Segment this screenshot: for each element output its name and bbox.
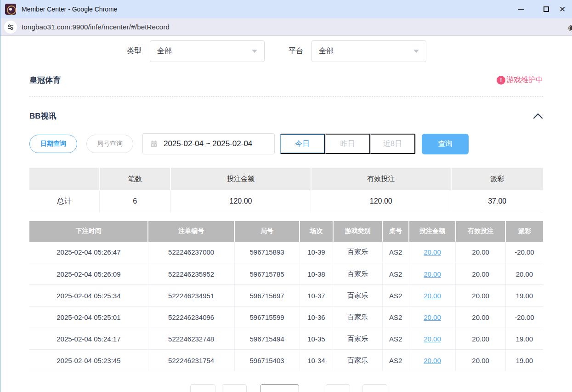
query-controls: 日期查询 局号查询 2025-02-04 ~ 2025-02-04 今日 昨日 bbox=[29, 133, 543, 154]
type-select[interactable]: 全部 bbox=[150, 40, 265, 62]
cell-round_no: 596715403 bbox=[234, 350, 300, 371]
cell-game: 百家乐 bbox=[333, 307, 382, 328]
chevron-down-icon bbox=[413, 50, 419, 53]
cell-time: 2025-02-04 05:23:45 bbox=[29, 350, 148, 371]
pagination-button[interactable] bbox=[326, 384, 350, 392]
search-button[interactable]: 查询 bbox=[422, 134, 469, 154]
round-query-tab[interactable]: 局号查询 bbox=[86, 135, 133, 153]
summary-total-valid-bet: 120.00 bbox=[311, 190, 451, 213]
maximize-button[interactable] bbox=[533, 0, 559, 18]
cell-session: 10-35 bbox=[300, 328, 333, 350]
window-title: Member Center - Google Chrome bbox=[22, 6, 118, 13]
maintenance-text: 游戏维护中 bbox=[506, 75, 543, 85]
table-header-row: 下注时间注单编号局号场次游戏类别桌号投注金额有效投注派彩 bbox=[29, 221, 543, 242]
chevron-down-icon bbox=[252, 50, 257, 53]
column-header-session: 场次 bbox=[300, 221, 333, 242]
bet-amount-link[interactable]: 20.00 bbox=[424, 335, 441, 343]
cell-table_no: AS2 bbox=[382, 328, 409, 350]
cell-game: 百家乐 bbox=[333, 350, 382, 371]
extension-eye-icon[interactable]: ◉ bbox=[568, 23, 572, 33]
cell-game: 百家乐 bbox=[333, 285, 382, 307]
minimize-icon bbox=[518, 9, 524, 10]
crown-sports-section: 皇冠体育 ! 游戏维护中 bbox=[29, 75, 543, 85]
cell-time: 2025-02-04 05:26:09 bbox=[29, 263, 148, 285]
summary-total-count: 6 bbox=[99, 190, 170, 213]
pagination-button[interactable] bbox=[362, 384, 387, 392]
yesterday-button[interactable]: 昨日 bbox=[325, 134, 370, 154]
cell-bet: 20.00 bbox=[409, 307, 456, 328]
pagination-button[interactable] bbox=[222, 384, 247, 392]
type-label: 类型 bbox=[127, 46, 142, 56]
section-divider bbox=[29, 96, 543, 97]
summary-header-valid-bet: 有效投注 bbox=[311, 168, 451, 190]
collapse-button[interactable] bbox=[533, 113, 543, 119]
pagination-button[interactable] bbox=[190, 384, 215, 392]
pagination-page-size-select[interactable] bbox=[260, 384, 299, 392]
bet-amount-link[interactable]: 20.00 bbox=[424, 357, 441, 364]
cell-bet_no: 522246234096 bbox=[148, 307, 234, 328]
column-header-valid: 有效投注 bbox=[456, 221, 505, 242]
summary-table: 笔数 投注金额 有效投注 派彩 总计 6 120.00 120.00 37.00 bbox=[29, 168, 543, 213]
table-row: 2025-02-04 05:26:47522246237000596715893… bbox=[29, 242, 543, 263]
bet-amount-link[interactable]: 20.00 bbox=[424, 248, 441, 256]
table-row: 2025-02-04 05:25:01522246234096596715599… bbox=[29, 307, 543, 328]
table-row: 2025-02-04 05:24:17522246232748596715494… bbox=[29, 328, 543, 350]
cell-bet: 20.00 bbox=[409, 263, 456, 285]
platform-select-value: 全部 bbox=[319, 46, 334, 56]
cell-game: 百家乐 bbox=[333, 242, 382, 263]
bb-video-title: BB视讯 bbox=[29, 111, 57, 121]
cell-bet_no: 522246234951 bbox=[148, 285, 234, 307]
summary-header-count: 笔数 bbox=[99, 168, 170, 190]
calendar-icon bbox=[150, 140, 158, 148]
close-button[interactable]: ✕ bbox=[559, 0, 572, 18]
table-row: 2025-02-04 05:26:09522246235952596715785… bbox=[29, 263, 543, 285]
cell-game: 百家乐 bbox=[333, 328, 382, 350]
bet-amount-link[interactable]: 20.00 bbox=[424, 270, 441, 278]
cell-payout: 20.00 bbox=[505, 263, 543, 285]
platform-select[interactable]: 全部 bbox=[311, 40, 426, 62]
summary-total-label: 总计 bbox=[29, 190, 99, 213]
summary-total-payout: 37.00 bbox=[451, 190, 543, 213]
column-header-game: 游戏类别 bbox=[333, 221, 382, 242]
filter-row: 类型 全部 平台 全部 bbox=[127, 36, 543, 62]
cell-table_no: AS2 bbox=[382, 350, 409, 371]
cell-game: 百家乐 bbox=[333, 263, 382, 285]
today-button[interactable]: 今日 bbox=[280, 134, 325, 154]
maintenance-badge: ! 游戏维护中 bbox=[497, 75, 543, 85]
bet-record-table: 下注时间注单编号局号场次游戏类别桌号投注金额有效投注派彩 2025-02-04 … bbox=[29, 221, 543, 372]
bet-amount-link[interactable]: 20.00 bbox=[424, 313, 441, 321]
last-8-days-button[interactable]: 近8日 bbox=[370, 134, 415, 154]
column-header-bet: 投注金额 bbox=[409, 221, 456, 242]
cell-table_no: AS2 bbox=[382, 307, 409, 328]
minimize-button[interactable] bbox=[508, 0, 533, 18]
cell-bet_no: 522246235952 bbox=[148, 263, 234, 285]
bb-video-section: BB视讯 bbox=[29, 111, 543, 121]
cell-session: 10-39 bbox=[300, 242, 333, 263]
cell-bet: 20.00 bbox=[409, 350, 456, 371]
column-header-payout: 派彩 bbox=[505, 221, 543, 242]
cell-payout: 19.00 bbox=[505, 328, 543, 350]
summary-header-empty bbox=[29, 168, 99, 190]
date-range-input[interactable]: 2025-02-04 ~ 2025-02-04 bbox=[142, 133, 275, 154]
bet-amount-link[interactable]: 20.00 bbox=[424, 292, 441, 300]
url-text[interactable]: tongbao31.com:9900/infe/mcenter/#/betRec… bbox=[22, 23, 170, 31]
cell-session: 10-34 bbox=[300, 350, 333, 371]
cell-table_no: AS2 bbox=[382, 263, 409, 285]
date-query-tab[interactable]: 日期查询 bbox=[29, 135, 77, 153]
quick-range-group: 今日 昨日 近8日 bbox=[280, 133, 416, 154]
url-bar[interactable]: tongbao31.com:9900/infe/mcenter/#/betRec… bbox=[0, 18, 572, 36]
cell-round_no: 596715785 bbox=[234, 263, 300, 285]
cell-bet_no: 522246232748 bbox=[148, 328, 234, 350]
cell-payout: -20.00 bbox=[505, 307, 543, 328]
cell-round_no: 596715599 bbox=[234, 307, 300, 328]
site-settings-icon[interactable] bbox=[4, 21, 17, 34]
table-row: 2025-02-04 05:23:45522246231754596715403… bbox=[29, 350, 543, 371]
summary-header-row: 笔数 投注金额 有效投注 派彩 bbox=[29, 168, 543, 190]
cell-valid: 20.00 bbox=[456, 242, 505, 263]
cell-valid: 20.00 bbox=[456, 350, 505, 371]
exclamation-circle-icon: ! bbox=[497, 76, 505, 85]
chevron-up-icon bbox=[533, 113, 543, 119]
cell-round_no: 596715893 bbox=[234, 242, 300, 263]
cell-round_no: 596715494 bbox=[234, 328, 300, 350]
table-row: 2025-02-04 05:25:34522246234951596715697… bbox=[29, 285, 543, 307]
